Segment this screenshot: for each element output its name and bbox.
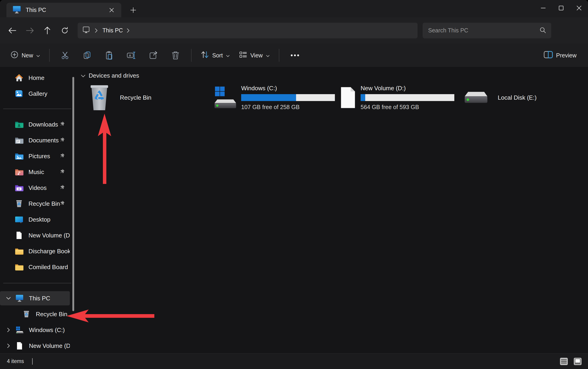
- sidebar-item-documents[interactable]: Documents: [0, 133, 70, 147]
- sidebar-item-new-volume-d[interactable]: New Volume (D:: [0, 228, 70, 243]
- sidebar-item-recycle-bin[interactable]: Recycle Bin: [0, 196, 70, 211]
- section-header-label: Devices and drives: [89, 72, 139, 79]
- copy-button[interactable]: [80, 48, 95, 63]
- new-volume-d-tile[interactable]: New Volume (D:) 564 GB free of 593 GB: [340, 80, 464, 115]
- yellow-folder-icon: [15, 247, 23, 255]
- sort-arrows-icon: [201, 51, 209, 60]
- sort-button-label: Sort: [212, 52, 223, 59]
- section-devices-and-drives[interactable]: Devices and drives: [81, 72, 139, 79]
- gallery-icon: [15, 90, 23, 98]
- file-list-area: Devices and drives Recycle Bin: [76, 67, 588, 354]
- recycle-bin-icon: [88, 84, 110, 111]
- recycle-bin-icon: [15, 200, 23, 208]
- monitor-icon: [82, 26, 90, 35]
- chevron-right-icon[interactable]: [6, 327, 11, 333]
- sidebar-item-videos[interactable]: Videos: [0, 181, 70, 195]
- magnifier-icon[interactable]: [539, 27, 546, 34]
- sidebar-tree-this-pc[interactable]: This PC: [0, 291, 70, 305]
- search-input[interactable]: [428, 27, 539, 34]
- status-bar: 4 items: [0, 353, 588, 369]
- refresh-button[interactable]: [57, 23, 72, 38]
- pin-icon: [60, 153, 65, 159]
- sidebar-item-downloads[interactable]: Downloads: [0, 117, 70, 132]
- chevron-down-icon[interactable]: [81, 72, 85, 79]
- chevron-right-icon[interactable]: [125, 28, 131, 33]
- chevron-down-icon[interactable]: [6, 295, 11, 301]
- new-button-label: New: [21, 52, 33, 59]
- page-icon: [15, 231, 23, 239]
- status-divider: [32, 358, 33, 365]
- new-tab-button[interactable]: [128, 5, 139, 15]
- preview-button[interactable]: Preview: [539, 48, 581, 63]
- capacity-bar-fill: [361, 94, 365, 101]
- paste-button[interactable]: [102, 48, 117, 63]
- item-count: 4 items: [7, 358, 24, 364]
- details-view-button[interactable]: [559, 357, 569, 366]
- tab-this-pc[interactable]: This PC: [6, 3, 121, 17]
- sidebar-tree-new-volume-d[interactable]: New Volume (D: [0, 339, 70, 353]
- sidebar-item-music[interactable]: Music: [0, 165, 70, 179]
- view-list-icon: [239, 51, 247, 60]
- sidebar-divider: [3, 109, 71, 109]
- sidebar-tree-windows-c[interactable]: Windows (C:): [0, 323, 70, 337]
- capacity-bar: [241, 94, 335, 101]
- new-button[interactable]: New: [6, 48, 45, 63]
- toolbar-divider: [49, 49, 50, 62]
- sidebar-scrollbar[interactable]: [72, 77, 74, 311]
- breadcrumb-this-pc[interactable]: This PC: [103, 27, 123, 34]
- command-toolbar: New A Sort: [0, 44, 588, 67]
- this-pc-monitor-icon: [15, 294, 24, 302]
- view-button-label: View: [250, 52, 263, 59]
- svg-text:A: A: [129, 53, 131, 57]
- address-breadcrumb[interactable]: This PC: [78, 23, 418, 38]
- this-pc-monitor-icon: [12, 6, 21, 14]
- share-button[interactable]: [146, 48, 161, 63]
- sidebar-item-gallery[interactable]: Gallery: [0, 87, 70, 101]
- close-button[interactable]: [570, 0, 588, 16]
- sidebar-item-comiled-board[interactable]: Comiled Board N: [0, 260, 70, 274]
- back-button[interactable]: [5, 23, 20, 38]
- local-disk-e-tile[interactable]: Local Disk (E:): [464, 80, 579, 115]
- cut-button[interactable]: [57, 48, 73, 63]
- navigation-sidebar: Home Gallery Downloads Documents: [0, 67, 76, 354]
- forward-button[interactable]: [22, 23, 37, 38]
- sort-button[interactable]: Sort: [196, 48, 234, 63]
- pin-icon: [60, 184, 65, 191]
- navigation-bar: This PC: [0, 17, 588, 44]
- recycle-bin-tile[interactable]: Recycle Bin: [88, 80, 208, 115]
- capacity-bar-fill: [241, 94, 296, 101]
- maximize-button[interactable]: [552, 0, 570, 16]
- more-options-button[interactable]: [287, 48, 303, 63]
- chevron-down-icon: [36, 52, 40, 59]
- search-box[interactable]: [423, 23, 551, 38]
- tab-title: This PC: [26, 7, 107, 13]
- yellow-folder-icon: [15, 263, 23, 271]
- sidebar-item-discharge-book[interactable]: Discharge Book: [0, 244, 70, 258]
- file-explorer-window: This PC: [0, 0, 588, 369]
- window-controls: [534, 0, 588, 16]
- chevron-right-icon[interactable]: [6, 343, 11, 349]
- view-button[interactable]: View: [234, 48, 274, 63]
- up-button[interactable]: [40, 23, 55, 38]
- thumbnail-view-button[interactable]: [573, 357, 582, 366]
- sidebar-item-desktop[interactable]: Desktop: [0, 212, 70, 227]
- sidebar-item-pictures[interactable]: Pictures: [0, 149, 70, 163]
- minimize-button[interactable]: [534, 0, 552, 16]
- windows-c-tile[interactable]: Windows (C:) 107 GB free of 258 GB: [214, 80, 338, 115]
- pin-icon: [60, 121, 65, 128]
- capacity-text: 564 GB free of 593 GB: [361, 104, 455, 111]
- more-options-icon: [290, 54, 299, 57]
- delete-button[interactable]: [168, 48, 183, 63]
- videos-folder-icon: [15, 184, 23, 192]
- sidebar-item-home[interactable]: Home: [0, 71, 70, 85]
- drive-name: Windows (C:): [241, 85, 335, 92]
- chevron-right-icon: [93, 28, 99, 33]
- rename-button[interactable]: A: [124, 48, 139, 63]
- preview-pane-icon: [544, 51, 553, 60]
- tab-close-icon[interactable]: [107, 5, 117, 15]
- drive-name: New Volume (D:): [361, 85, 455, 92]
- pin-icon: [60, 169, 65, 175]
- desktop-icon: [15, 215, 23, 224]
- drive-tiles-row: Recycle Bin Windows (C:) 107 GB free of …: [76, 80, 588, 115]
- sidebar-tree-recycle-bin[interactable]: Recycle Bin: [0, 307, 70, 321]
